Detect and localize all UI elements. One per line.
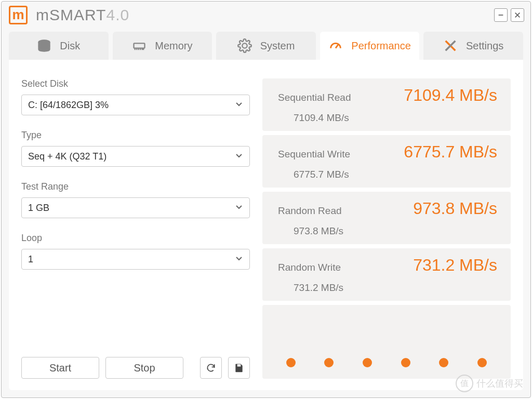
metric-seq-write: Sequential Write 6775.7 MB/s 6775.7 MB/s — [262, 135, 511, 188]
tab-settings[interactable]: Settings — [423, 32, 523, 60]
tab-performance[interactable]: Performance — [320, 32, 420, 60]
loop-label: Loop — [21, 233, 250, 244]
tab-label: System — [260, 40, 295, 52]
tab-bar: Disk Memory System Performance Settings — [2, 32, 530, 60]
gauge-icon — [328, 38, 343, 53]
metric-rnd-write: Random Write 731.2 MB/s 731.2 MB/s — [262, 248, 511, 301]
gear-icon — [237, 38, 252, 53]
start-button[interactable]: Start — [21, 357, 99, 379]
tab-label: Settings — [466, 40, 503, 52]
metric-subvalue: 7109.4 MB/s — [294, 112, 497, 124]
results-panel: Sequential Read 7109.4 MB/s 7109.4 MB/s … — [262, 78, 511, 379]
tab-label: Disk — [60, 40, 80, 52]
metric-label: Sequential Write — [278, 149, 350, 160]
metric-subvalue: 731.2 MB/s — [294, 282, 497, 294]
svg-rect-4 — [134, 43, 145, 48]
metric-label: Random Write — [278, 262, 341, 273]
action-row: Start Stop — [21, 357, 250, 379]
app-title-version-minor: .0 — [115, 6, 129, 23]
chevron-down-icon — [235, 100, 243, 111]
dot-icon — [324, 358, 334, 367]
loop-dropdown[interactable]: 1 — [21, 249, 250, 270]
app-title-version-major: 4 — [106, 6, 115, 23]
chevron-down-icon — [235, 203, 243, 214]
select-value: Seq + 4K (Q32 T1) — [28, 151, 107, 162]
app-window: m mSMART4.0 Disk Memory — [1, 1, 531, 398]
tab-disk[interactable]: Disk — [9, 32, 109, 60]
tab-system[interactable]: System — [216, 32, 316, 60]
metric-value: 7109.4 MB/s — [404, 86, 497, 105]
refresh-button[interactable] — [200, 357, 222, 379]
button-label: Start — [49, 362, 71, 374]
dot-icon — [439, 358, 448, 367]
metric-rnd-read: Random Read 973.8 MB/s 973.8 MB/s — [262, 192, 511, 244]
metric-value: 731.2 MB/s — [413, 256, 497, 275]
select-disk-dropdown[interactable]: C: [64/1862GB] 3% — [21, 95, 250, 115]
dot-icon — [286, 358, 296, 367]
metric-subvalue: 973.8 MB/s — [294, 225, 497, 237]
app-logo-icon: m — [9, 6, 28, 24]
range-dropdown[interactable]: 1 GB — [21, 197, 250, 218]
tab-label: Memory — [155, 40, 192, 52]
range-label: Test Range — [21, 181, 250, 192]
memory-icon — [132, 38, 147, 53]
stop-button[interactable]: Stop — [105, 357, 183, 379]
metric-seq-read: Sequential Read 7109.4 MB/s 7109.4 MB/s — [262, 78, 511, 131]
select-value: 1 — [28, 254, 33, 265]
type-label: Type — [21, 130, 250, 141]
tab-label: Performance — [351, 40, 411, 52]
metric-value: 6775.7 MB/s — [404, 142, 497, 162]
settings-panel: Select Disk C: [64/1862GB] 3% Type Seq +… — [21, 78, 250, 379]
select-disk-label: Select Disk — [21, 78, 250, 89]
titlebar: m mSMART4.0 — [2, 2, 530, 32]
app-title-text: mSMART — [36, 6, 106, 23]
close-button[interactable] — [511, 8, 524, 22]
metric-label: Random Read — [278, 205, 342, 217]
button-label: Stop — [134, 362, 155, 374]
settings-icon — [443, 38, 458, 53]
dot-icon — [477, 358, 487, 367]
progress-dots — [262, 305, 511, 379]
select-value: 1 GB — [28, 203, 49, 214]
metric-subvalue: 6775.7 MB/s — [294, 169, 497, 180]
svg-line-11 — [336, 44, 339, 48]
window-controls — [494, 8, 524, 22]
chevron-down-icon — [235, 151, 243, 162]
dot-icon — [363, 358, 372, 367]
dot-icon — [401, 358, 410, 367]
metric-label: Sequential Read — [278, 92, 351, 103]
minimize-button[interactable] — [494, 8, 508, 22]
select-value: C: [64/1862GB] 3% — [28, 100, 109, 111]
disk-icon — [37, 38, 51, 53]
tab-memory[interactable]: Memory — [113, 32, 212, 60]
app-title: mSMART4.0 — [36, 6, 129, 24]
page-content: Select Disk C: [64/1862GB] 3% Type Seq +… — [9, 60, 523, 390]
save-button[interactable] — [228, 357, 250, 379]
metric-value: 973.8 MB/s — [413, 199, 497, 218]
chevron-down-icon — [235, 254, 243, 265]
type-dropdown[interactable]: Seq + 4K (Q32 T1) — [21, 146, 250, 167]
